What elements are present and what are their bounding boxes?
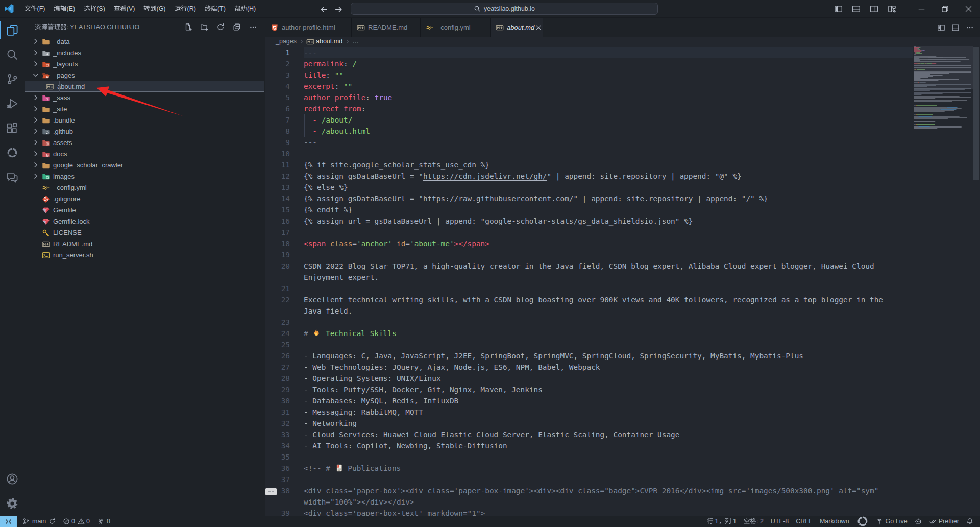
breadcrumb-_pages[interactable]: _pages [276, 38, 297, 45]
views-and-more-actions-button[interactable] [248, 21, 259, 33]
open-changes-button[interactable] [935, 21, 947, 34]
close-button[interactable] [957, 0, 980, 18]
minimize-button[interactable] [910, 0, 933, 18]
line-text [304, 249, 896, 260]
menu-run[interactable]: (R) [170, 0, 200, 18]
activity-ai-assistant[interactable] [0, 140, 24, 165]
line-number: 7 [265, 114, 290, 126]
tree-item-Gemfile[interactable]: Gemfile [24, 204, 264, 215]
minimap[interactable] [914, 46, 973, 516]
activity-extensions[interactable] [0, 116, 24, 140]
collapse-folders-button[interactable] [231, 21, 242, 33]
tab-author-profile.html[interactable]: author-profile.html [265, 18, 352, 37]
menu-selection[interactable]: (S) [80, 0, 110, 18]
menu-terminal[interactable]: (T) [200, 0, 230, 18]
menu-file[interactable]: (F) [20, 0, 50, 18]
menu-edit[interactable]: (E) [50, 0, 80, 18]
new-folder-button[interactable] [199, 21, 210, 33]
markdown-icon [306, 38, 313, 45]
tree-item-Gemfile.lock[interactable]: Gemfile.lock [24, 215, 264, 227]
status-ai-extension[interactable] [853, 516, 872, 527]
go-forward-button[interactable] [334, 4, 343, 13]
split-editor-button[interactable] [949, 21, 962, 34]
activity-run-and-debug[interactable] [0, 91, 24, 116]
code-token: /about/ [322, 116, 353, 124]
line-text: <!-- # Publications [304, 463, 896, 474]
go-back-button[interactable] [320, 4, 328, 13]
breadcrumb-[interactable]: … [352, 38, 359, 45]
activity-explorer[interactable] [0, 18, 24, 42]
tree-item-about.md[interactable]: about.md [24, 81, 264, 92]
new-file-button[interactable] [182, 21, 193, 33]
status-encoding[interactable]: UTF-8 [767, 516, 792, 527]
code-line-28: 28- Operating Systems: UNIX/Linux [265, 373, 914, 384]
activity-chat[interactable] [0, 165, 24, 189]
status-git-branch[interactable]: main [19, 516, 59, 527]
activity-source-control[interactable] [0, 67, 24, 91]
tree-item-README.md[interactable]: README.md [24, 238, 264, 249]
code-token [304, 116, 312, 124]
code-token: : [361, 105, 366, 113]
status-indentation[interactable]: : 2 [740, 516, 767, 527]
folder-docs-icon [42, 150, 50, 158]
activity-accounts[interactable] [0, 467, 24, 491]
editor-scrollbar[interactable] [973, 46, 980, 516]
command-center-search[interactable]: yeatsliao.github.io [351, 3, 658, 15]
tree-item-_pages[interactable]: _pages [24, 69, 264, 81]
menu-help[interactable]: (H) [230, 0, 260, 18]
toggle-panel-button[interactable] [849, 3, 863, 16]
tree-item-docs[interactable]: docs [24, 148, 264, 159]
toggle-secondary-sidebar-button[interactable] [867, 3, 880, 16]
shell-icon [42, 251, 50, 259]
activity-search[interactable] [0, 42, 24, 67]
tree-item-run_server.sh[interactable]: run_server.sh [24, 249, 264, 260]
status-language-mode[interactable]: Markdown [816, 516, 853, 527]
tree-item-.bundle[interactable]: .bundle [24, 114, 264, 126]
menu-view[interactable]: (V) [109, 0, 139, 18]
tree-item-_sass[interactable]: _sass [24, 92, 264, 103]
refresh-explorer-button[interactable] [215, 21, 226, 33]
tree-item-images[interactable]: images [24, 171, 264, 182]
status-remote-window[interactable] [0, 516, 17, 527]
minimap-slider[interactable] [914, 46, 973, 89]
code-line-35: 35 [265, 451, 914, 463]
status-eol[interactable]: CRLF [792, 516, 816, 527]
tab-README.md[interactable]: README.md [352, 18, 421, 37]
code-token: : [365, 93, 374, 102]
status-problems[interactable]: 00 [59, 516, 93, 527]
tree-item-_config.yml[interactable]: _config.yml [24, 182, 264, 193]
tree-item-label: .gitignore [53, 195, 80, 203]
breadcrumb-about.md[interactable]: about.md [306, 38, 342, 45]
status-notifications[interactable] [963, 516, 977, 527]
customize-layout-button[interactable] [885, 3, 898, 16]
code-editor[interactable]: 1---2permalink: /3title: ""4excerpt: ""5… [265, 46, 980, 516]
tree-item-_includes[interactable]: _includes [24, 47, 264, 58]
status-copilot[interactable] [911, 516, 925, 527]
line-number: 36 [265, 463, 290, 474]
menu-go[interactable]: (G) [139, 0, 170, 18]
line-number: 24 [265, 328, 290, 339]
maximize-restore-button[interactable] [933, 0, 957, 18]
status-cursor-position[interactable]: 1 1 [703, 516, 740, 527]
line-number: 39 [265, 508, 290, 516]
tab-about.md[interactable]: about.md [491, 18, 543, 37]
tree-item-google_scholar_crawler[interactable]: google_scholar_crawler [24, 159, 264, 171]
scrollbar-thumb[interactable] [973, 47, 979, 180]
tree-item-_data[interactable]: _data [24, 36, 264, 47]
image-preview-gutter-decoration[interactable] [265, 488, 277, 495]
activity-manage[interactable] [0, 491, 24, 516]
status-prettier[interactable]: Prettier [925, 516, 963, 527]
tree-item-.gitignore[interactable]: .gitignore [24, 193, 264, 204]
tree-item-_site[interactable]: _site [24, 103, 264, 114]
status-forwarded-ports[interactable]: 0 [93, 516, 114, 527]
tree-item-assets[interactable]: assets [24, 137, 264, 148]
tree-item-.github[interactable]: .github [24, 126, 264, 137]
tree-item-LICENSE[interactable]: LICENSE [24, 227, 264, 238]
tab-_config.yml[interactable]: _config.yml [421, 18, 491, 37]
tree-item-label: about.md [57, 83, 85, 90]
status-go-live[interactable]: Go Live [872, 516, 911, 527]
tab-close-icon[interactable] [534, 22, 543, 33]
more-actions-button[interactable] [964, 21, 976, 34]
tree-item-_layouts[interactable]: _layouts [24, 58, 264, 69]
toggle-primary-sidebar-button[interactable] [831, 3, 845, 16]
